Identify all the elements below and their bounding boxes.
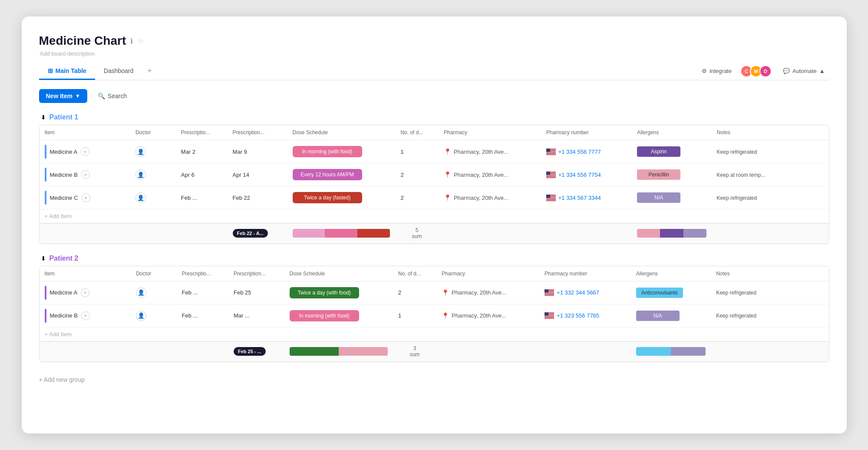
notes-p2r2: Keep refrigerated bbox=[711, 304, 808, 327]
phone-number-p1r1[interactable]: +1 334 556 7777 bbox=[558, 149, 601, 155]
allergen-badge-p2r2[interactable]: N/A bbox=[636, 311, 680, 321]
allergen-badge-p1r3[interactable]: N/A bbox=[637, 192, 680, 203]
summary-empty5-p1 bbox=[541, 223, 632, 243]
col-pharmacy-num-p1: Pharmacy number bbox=[541, 125, 632, 140]
item-name-cell-p2r1: Medicine A + bbox=[40, 281, 131, 304]
dose-badge-p1r3[interactable]: Twice a day (fasted) bbox=[293, 192, 362, 203]
row-color-bar bbox=[45, 286, 46, 300]
doctor-avatar-p1r1[interactable]: 👤 bbox=[135, 146, 146, 157]
info-icon[interactable]: ℹ bbox=[130, 37, 133, 45]
item-name-p1r1: Medicine A bbox=[50, 149, 78, 155]
doctor-cell-p1r3: 👤 bbox=[130, 186, 176, 209]
summary-empty6-p2 bbox=[711, 341, 808, 361]
phone-number-p2r1[interactable]: +1 332 344 5667 bbox=[557, 289, 599, 296]
dose-badge-p2r1[interactable]: Twice a day (with food) bbox=[290, 287, 359, 298]
pharmacy-p2r2: 📍 Pharmacy, 20th Ave... bbox=[436, 304, 539, 327]
doctor-avatar-p1r2[interactable]: 👤 bbox=[135, 169, 146, 180]
svg-rect-50 bbox=[545, 294, 554, 294]
add-person-icon-p2r2[interactable]: + bbox=[81, 311, 90, 320]
allergen-seg-1-p1 bbox=[637, 229, 660, 238]
integrate-icon: ⚙ bbox=[702, 68, 707, 74]
col-doctor-p1: Doctor bbox=[130, 125, 176, 140]
col-allergens-p2: Allergens bbox=[631, 266, 711, 281]
allergen-p2r1: Anticonvulsants bbox=[631, 281, 711, 304]
svg-rect-63 bbox=[545, 316, 554, 316]
automate-button[interactable]: 💬 Automate ▲ bbox=[779, 65, 829, 77]
num-doses-p2r2: 1 bbox=[393, 304, 436, 327]
notes-text-p1r2: Keep at room temp... bbox=[717, 172, 766, 178]
item-name-p1r2: Medicine B bbox=[50, 172, 78, 178]
more-p1r1 bbox=[808, 140, 828, 163]
doctor-avatar-p2r1[interactable]: 👤 bbox=[136, 288, 146, 298]
add-person-icon-p1r1[interactable]: + bbox=[81, 147, 89, 156]
dose-badge-p2r2[interactable]: In morning (with food) bbox=[290, 310, 359, 321]
allergen-badge-p1r2[interactable]: Penicillin bbox=[637, 169, 680, 180]
phone-p1r2: +1 334 556 7754 bbox=[541, 163, 632, 186]
add-person-icon-p1r3[interactable]: + bbox=[82, 193, 90, 202]
summary-sum-p1: 5 sum bbox=[395, 223, 439, 243]
summary-empty6-p1 bbox=[712, 223, 809, 243]
allergen-p1r1: Aspirin bbox=[632, 140, 711, 163]
add-item-label-p2[interactable]: + Add Item bbox=[40, 327, 829, 341]
pharmacy-p1r2: 📍 Pharmacy, 20th Ave... bbox=[439, 163, 541, 186]
patient2-header-row: Item Doctor Prescriptio... Prescription.… bbox=[40, 266, 829, 281]
group-patient2-table: Item Doctor Prescriptio... Prescription.… bbox=[40, 266, 829, 362]
location-icon-p1r1: 📍 bbox=[444, 148, 451, 155]
tab-main-table[interactable]: ⊞ Main Table bbox=[39, 63, 95, 80]
summary-date-p1: Feb 22 - A... bbox=[228, 223, 287, 243]
tabs-left: ⊞ Main Table Dashboard + bbox=[39, 62, 157, 80]
add-new-group-button[interactable]: + Add new group bbox=[39, 373, 829, 387]
location-icon-p2r1: 📍 bbox=[442, 289, 449, 296]
group-patient2-name[interactable]: Patient 2 bbox=[50, 255, 79, 262]
col-presc-start-p1: Prescriptio... bbox=[176, 125, 228, 140]
phone-number-p1r3[interactable]: +1 334 567 3344 bbox=[558, 195, 601, 201]
group-patient2-toggle[interactable]: ⬇ bbox=[41, 255, 46, 262]
flag-icon-p1r1 bbox=[546, 149, 556, 155]
table-row: Medicine C + 👤 Feb ... Feb 22 Twice a da… bbox=[40, 186, 829, 209]
svg-rect-66 bbox=[545, 318, 554, 318]
group-patient1-toggle[interactable]: ⬇ bbox=[41, 114, 46, 121]
tab-dashboard[interactable]: Dashboard bbox=[95, 63, 142, 80]
phone-number-p2r2[interactable]: +1 323 556 7765 bbox=[557, 312, 599, 319]
allergen-badge-p2r1[interactable]: Anticonvulsants bbox=[636, 288, 683, 298]
summary-allergen-bar-p1 bbox=[632, 223, 711, 243]
phone-number-p1r2[interactable]: +1 334 556 7754 bbox=[558, 172, 601, 178]
col-doctor-p2: Doctor bbox=[131, 266, 176, 281]
search-button[interactable]: 🔍 Search bbox=[92, 89, 132, 103]
star-icon[interactable]: ☆ bbox=[137, 36, 144, 46]
search-icon: 🔍 bbox=[98, 93, 105, 99]
dose-badge-p1r2[interactable]: Every 12 hours AM/PM bbox=[293, 169, 362, 180]
svg-rect-13 bbox=[546, 149, 550, 152]
group-patient2: ⬇ Patient 2 Item Doctor Prescriptio... P… bbox=[39, 255, 829, 362]
add-item-row-p2[interactable]: + Add Item bbox=[40, 327, 829, 341]
tab-add-button[interactable]: + bbox=[142, 62, 157, 80]
sum-label-p2: 3 sum bbox=[398, 345, 431, 358]
svg-rect-24 bbox=[546, 176, 556, 177]
col-pharmacy-p2: Pharmacy bbox=[436, 266, 539, 281]
add-person-icon-p2r1[interactable]: + bbox=[81, 288, 89, 297]
add-item-row-p1[interactable]: + Add Item bbox=[40, 209, 829, 224]
allergen-seg-1-p2 bbox=[636, 347, 671, 356]
allergen-bar-chart-p1 bbox=[637, 229, 706, 238]
doctor-avatar-p2r2[interactable]: 👤 bbox=[136, 311, 146, 321]
presc-end-p1r2: Apr 14 bbox=[228, 163, 287, 186]
svg-rect-12 bbox=[546, 154, 556, 155]
integrate-button[interactable]: ⚙ Integrate bbox=[697, 65, 736, 77]
allergen-badge-p1r1[interactable]: Aspirin bbox=[637, 146, 680, 157]
bar-seg-3-p1 bbox=[357, 229, 390, 238]
app-container: Medicine Chart ℹ ☆ Add board description… bbox=[22, 17, 847, 433]
svg-rect-26 bbox=[546, 177, 556, 178]
svg-rect-36 bbox=[546, 199, 556, 199]
row-color-bar bbox=[45, 145, 46, 159]
summary-empty7-p1 bbox=[808, 223, 828, 243]
add-person-icon-p1r2[interactable]: + bbox=[81, 170, 90, 179]
group-patient1-name[interactable]: Patient 1 bbox=[50, 113, 79, 121]
doctor-avatar-p1r3[interactable]: 👤 bbox=[135, 192, 146, 203]
item-name-cell-p1r2: Medicine B + bbox=[40, 163, 131, 186]
new-item-button[interactable]: New Item ▼ bbox=[39, 89, 87, 103]
dose-badge-p1r1[interactable]: In morning (with food) bbox=[293, 146, 362, 157]
bar-seg-2-p1 bbox=[325, 229, 357, 238]
phone-p1r3: +1 334 567 3344 bbox=[541, 186, 632, 209]
presc-start-p2r1: Feb ... bbox=[177, 281, 228, 304]
add-item-label-p1[interactable]: + Add Item bbox=[40, 209, 829, 224]
